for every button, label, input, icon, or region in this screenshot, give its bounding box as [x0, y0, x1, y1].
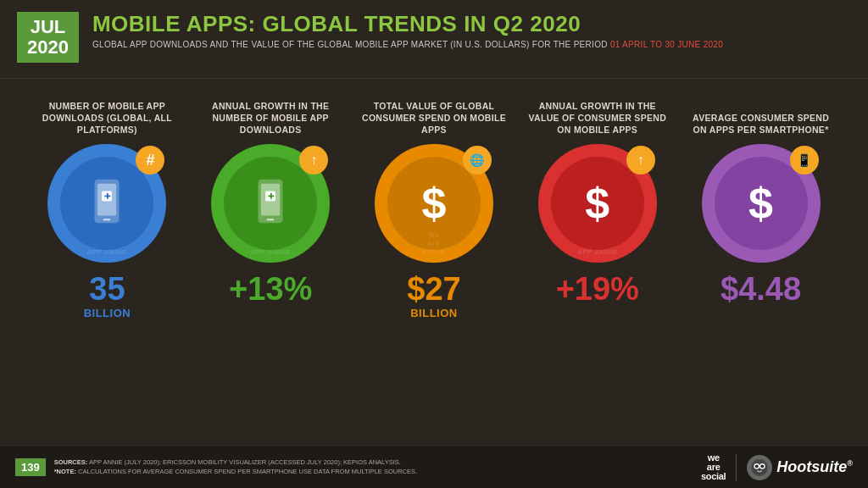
svg-rect-2 [103, 219, 111, 221]
main-content: NUMBER OF MOBILE APP DOWNLOADS (GLOBAL, … [0, 83, 868, 319]
inner-circle-green [224, 157, 317, 250]
dollar-icon-purple: $ [748, 181, 773, 225]
stat-sub-growth-downloads [269, 307, 272, 319]
dollar-icon-orange: $ [422, 181, 447, 225]
watermark-growth-downloads: APP ANNIE [250, 248, 291, 256]
stat-label-growth-spend: ANNUAL GROWTH IN THE VALUE OF CONSUMER S… [523, 92, 671, 136]
wearesocial-logo: we are social [701, 453, 726, 481]
stat-col-growth-spend: ANNUAL GROWTH IN THE VALUE OF CONSUMER S… [523, 92, 671, 319]
svg-point-12 [751, 459, 768, 476]
hootsuite-owl-icon [747, 455, 772, 480]
svg-point-15 [755, 464, 759, 468]
stat-value-growth-spend: +19% [556, 273, 639, 305]
main-title: MOBILE APPS: GLOBAL TRENDS IN Q2 2020 [92, 12, 851, 36]
stat-value-avg-spend: $4.48 [721, 273, 801, 305]
circle-avg-spend: $ 📱 [702, 144, 821, 263]
inner-circle-red: $ [551, 157, 644, 250]
circle-downloads: # APP ANNIE [47, 144, 166, 263]
inner-circle-blue [60, 157, 153, 250]
badge-total-value: 🌐 [463, 146, 492, 175]
circle-total-value: $ 🌐 wearesocial [375, 144, 493, 263]
circle-growth-downloads: ↑ APP ANNIE [211, 144, 330, 263]
sources-text: APP ANNIE (JULY 2020); ERICSSON MOBILITY… [89, 458, 401, 466]
hootsuite-logo: Hootsuite® [747, 455, 853, 480]
social: social [701, 472, 726, 481]
footer-sources: SOURCES: APP ANNIE (JULY 2020); ERICSSON… [54, 458, 417, 476]
header-divider [0, 78, 868, 79]
stat-value-growth-downloads: +13% [229, 273, 312, 305]
stat-label-growth-downloads: ANNUAL GROWTH IN THE NUMBER OF MOBILE AP… [197, 92, 345, 136]
date-month: JUL [31, 16, 66, 37]
stat-sub-growth-spend [596, 307, 599, 319]
header-text: MOBILE APPS: GLOBAL TRENDS IN Q2 2020 GL… [92, 12, 851, 49]
stat-label-downloads: NUMBER OF MOBILE APP DOWNLOADS (GLOBAL, … [33, 92, 181, 136]
footer-left: 139 SOURCES: APP ANNIE (JULY 2020); ERIC… [15, 458, 417, 476]
badge-avg-spend: 📱 [790, 146, 819, 175]
badge-growth-spend: ↑ [626, 146, 655, 175]
stat-label-avg-spend: AVERAGE CONSUMER SPEND ON APPS PER SMART… [687, 92, 835, 136]
subtitle: GLOBAL APP DOWNLOADS AND THE VALUE OF TH… [92, 40, 851, 49]
stat-sub-downloads: BILLION [84, 307, 131, 319]
footer: 139 SOURCES: APP ANNIE (JULY 2020); ERIC… [0, 446, 868, 488]
date-badge: JUL 2020 [17, 12, 79, 63]
hootsuite-name: Hootsuite® [776, 458, 853, 476]
stat-col-growth-downloads: ANNUAL GROWTH IN THE NUMBER OF MOBILE AP… [197, 92, 345, 319]
stat-col-downloads: NUMBER OF MOBILE APP DOWNLOADS (GLOBAL, … [33, 92, 181, 319]
subtitle-highlight: 01 APRIL TO 30 JUNE 2020 [610, 40, 723, 49]
header: JUL 2020 MOBILE APPS: GLOBAL TRENDS IN Q… [0, 0, 868, 71]
stat-col-total-value: TOTAL VALUE OF GLOBAL CONSUMER SPEND ON … [359, 92, 508, 319]
stat-value-total-value: $27 [407, 273, 460, 305]
subtitle-text: GLOBAL APP DOWNLOADS AND THE VALUE OF TH… [92, 40, 608, 49]
dollar-icon-red: $ [585, 181, 609, 225]
page-number: 139 [15, 458, 46, 476]
footer-right: we are social Hootsuite® [701, 453, 853, 481]
sources-label: SOURCES: [54, 458, 88, 466]
stat-col-avg-spend: AVERAGE CONSUMER SPEND ON APPS PER SMART… [687, 92, 835, 319]
watermark-total-value: wearesocial [422, 231, 447, 257]
footer-divider [736, 454, 737, 481]
stat-sub-total-value: BILLION [410, 307, 458, 319]
phone-icon-blue [86, 178, 128, 229]
phone-icon-green [249, 178, 292, 229]
stat-label-total-value: TOTAL VALUE OF GLOBAL CONSUMER SPEND ON … [359, 92, 508, 136]
badge-downloads: # [136, 146, 164, 175]
svg-point-16 [761, 464, 765, 468]
note-label: *NOTE: [54, 468, 76, 475]
badge-growth-downloads: ↑ [299, 146, 328, 175]
stat-sub-avg-spend [760, 307, 763, 319]
watermark-growth-spend: APP ANNIE [577, 248, 618, 256]
svg-rect-8 [267, 219, 275, 221]
watermark-downloads: APP ANNIE [87, 248, 128, 256]
inner-circle-purple: $ [715, 157, 808, 250]
note-text: CALCULATIONS FOR AVERAGE CONSUMER SPEND … [78, 468, 417, 475]
owl-svg [750, 458, 769, 477]
stat-value-downloads: 35 [89, 273, 125, 305]
circle-growth-spend: $ ↑ APP ANNIE [538, 144, 657, 263]
date-year: 2020 [27, 36, 69, 58]
